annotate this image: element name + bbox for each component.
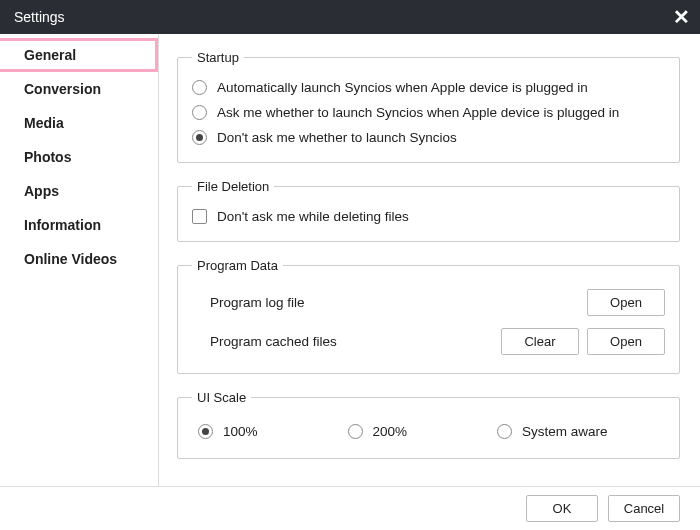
radio-icon[interactable] — [497, 424, 512, 439]
ui-scale-system[interactable]: System aware — [497, 419, 608, 444]
file-deletion-checkbox-row[interactable]: Don't ask me while deleting files — [192, 204, 665, 229]
file-deletion-group: File Deletion Don't ask me while deletin… — [177, 179, 680, 242]
program-cache-row: Program cached files Clear Open — [192, 322, 665, 361]
sidebar-item-information[interactable]: Information — [0, 208, 158, 242]
file-deletion-legend: File Deletion — [192, 179, 274, 194]
checkbox-icon[interactable] — [192, 209, 207, 224]
startup-option-ask[interactable]: Ask me whether to launch Syncios when Ap… — [192, 100, 665, 125]
startup-group: Startup Automatically launch Syncios whe… — [177, 50, 680, 163]
checkbox-label: Don't ask me while deleting files — [217, 209, 409, 224]
ok-button[interactable]: OK — [526, 495, 598, 522]
sidebar-item-label: Information — [24, 217, 101, 233]
radio-icon[interactable] — [198, 424, 213, 439]
footer: OK Cancel — [0, 486, 700, 530]
radio-icon[interactable] — [192, 105, 207, 120]
program-data-group: Program Data Program log file Open Progr… — [177, 258, 680, 374]
radio-label: System aware — [522, 424, 608, 439]
ui-scale-100[interactable]: 100% — [198, 419, 258, 444]
program-data-legend: Program Data — [192, 258, 283, 273]
startup-option-dont[interactable]: Don't ask me whether to launch Syncios — [192, 125, 665, 150]
radio-icon[interactable] — [192, 80, 207, 95]
sidebar-item-general[interactable]: General — [0, 38, 158, 72]
body: General Conversion Media Photos Apps Inf… — [0, 34, 700, 486]
sidebar-item-photos[interactable]: Photos — [0, 140, 158, 174]
radio-label: Ask me whether to launch Syncios when Ap… — [217, 105, 619, 120]
window-title: Settings — [14, 9, 65, 25]
sidebar: General Conversion Media Photos Apps Inf… — [0, 34, 158, 486]
radio-icon[interactable] — [192, 130, 207, 145]
ui-scale-group: UI Scale 100% 200% System aware — [177, 390, 680, 459]
program-log-actions: Open — [587, 289, 665, 316]
sidebar-item-label: Apps — [24, 183, 59, 199]
program-log-label: Program log file — [192, 295, 305, 310]
radio-label: Automatically launch Syncios when Apple … — [217, 80, 588, 95]
sidebar-item-apps[interactable]: Apps — [0, 174, 158, 208]
clear-cache-button[interactable]: Clear — [501, 328, 579, 355]
ui-scale-200[interactable]: 200% — [348, 419, 408, 444]
sidebar-item-media[interactable]: Media — [0, 106, 158, 140]
ui-scale-legend: UI Scale — [192, 390, 251, 405]
open-log-button[interactable]: Open — [587, 289, 665, 316]
program-cache-actions: Clear Open — [501, 328, 665, 355]
sidebar-item-label: General — [24, 47, 76, 63]
program-log-row: Program log file Open — [192, 283, 665, 322]
open-cache-button[interactable]: Open — [587, 328, 665, 355]
sidebar-item-label: Conversion — [24, 81, 101, 97]
close-icon[interactable]: ✕ — [673, 7, 690, 27]
program-cache-label: Program cached files — [192, 334, 337, 349]
radio-label: Don't ask me whether to launch Syncios — [217, 130, 457, 145]
sidebar-item-label: Media — [24, 115, 64, 131]
sidebar-item-label: Online Videos — [24, 251, 117, 267]
cancel-button[interactable]: Cancel — [608, 495, 680, 522]
sidebar-item-online-videos[interactable]: Online Videos — [0, 242, 158, 276]
radio-icon[interactable] — [348, 424, 363, 439]
radio-label: 200% — [373, 424, 408, 439]
content: Startup Automatically launch Syncios whe… — [158, 34, 700, 486]
sidebar-item-conversion[interactable]: Conversion — [0, 72, 158, 106]
titlebar: Settings ✕ — [0, 0, 700, 34]
startup-option-auto[interactable]: Automatically launch Syncios when Apple … — [192, 75, 665, 100]
radio-label: 100% — [223, 424, 258, 439]
sidebar-item-label: Photos — [24, 149, 71, 165]
startup-legend: Startup — [192, 50, 244, 65]
